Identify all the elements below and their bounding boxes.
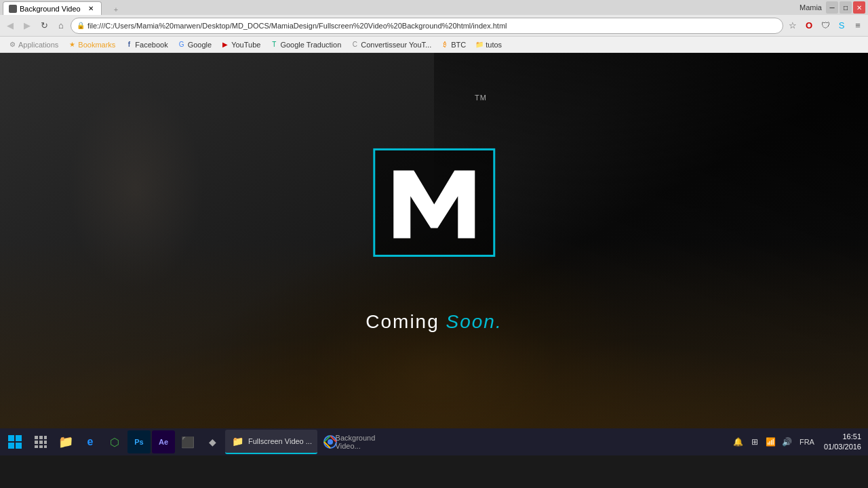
traduction-icon: T xyxy=(270,41,278,49)
logo-box xyxy=(373,148,495,257)
bookmark-bookmarks[interactable]: ★ Bookmarks xyxy=(64,39,119,50)
applications-icon: ⚙ xyxy=(8,41,16,49)
clock-time: 16:51 xyxy=(824,432,861,442)
bookmarks-star-icon[interactable]: ☆ xyxy=(785,18,800,33)
youtube-icon: ▶ xyxy=(221,41,229,49)
system-clock: 16:51 01/03/2016 xyxy=(820,432,865,453)
window-controls: ─ □ ✕ xyxy=(826,1,865,14)
btc-icon: ₿ xyxy=(441,41,449,49)
ie-taskbar-icon[interactable]: e xyxy=(79,430,102,453)
bookmark-facebook[interactable]: f Facebook xyxy=(121,39,172,50)
bookmark-traduction-label: Google Traduction xyxy=(280,41,341,49)
bookmark-youtube[interactable]: ▶ YouTube xyxy=(217,39,264,50)
svg-rect-4 xyxy=(16,443,22,449)
bookmark-applications-label: Applications xyxy=(18,41,58,49)
notifications-icon[interactable]: 🔔 xyxy=(732,435,745,449)
taskbar-right: 🔔 ⊞ 📶 🔊 FRA 16:51 01/03/2016 xyxy=(732,432,865,453)
bookmark-youtube-label: YouTube xyxy=(231,41,260,49)
menu-icon[interactable]: ≡ xyxy=(850,18,865,33)
facebook-icon: f xyxy=(125,41,133,49)
language-indicator[interactable]: FRA xyxy=(797,438,817,446)
nav-bar: ◀ ▶ ↻ ⌂ 🔒 ☆ O 🛡 S ≡ xyxy=(0,15,868,37)
svg-rect-10 xyxy=(44,441,47,444)
bookmark-btc-label: BTC xyxy=(451,41,466,49)
tm-text: TM xyxy=(475,94,487,102)
tm-mark: TM xyxy=(475,94,487,102)
bookmark-traduction[interactable]: T Google Traduction xyxy=(266,39,345,50)
bookmark-tutos-label: tutos xyxy=(486,41,502,49)
bookmarks-bar: ⚙ Applications ★ Bookmarks f Facebook G … xyxy=(0,37,868,53)
coming-soon-text: Coming Soon. xyxy=(366,311,502,333)
bookmark-google[interactable]: G Google xyxy=(174,39,216,50)
browser-chrome: Background Video ✕ + Mamia ─ □ ✕ ◀ ▶ ↻ ⌂… xyxy=(0,0,868,53)
nav-icons-right: ☆ O 🛡 S ≡ xyxy=(785,18,865,33)
forward-button[interactable]: ▶ xyxy=(20,18,35,33)
windows-logo-icon xyxy=(8,435,22,449)
bookmark-facebook-label: Facebook xyxy=(135,41,167,49)
refresh-button[interactable]: ↻ xyxy=(37,18,52,33)
bookmark-bookmarks-label: Bookmarks xyxy=(78,41,115,49)
shield-icon[interactable]: 🛡 xyxy=(818,18,833,33)
taskbar-left: 📁 e ⬡ Ps Ae ⬛ ◆ 📁 Fullscreen Video ... B… xyxy=(3,430,368,454)
convertisseur-icon: C xyxy=(351,41,359,49)
opera-icon[interactable]: O xyxy=(802,18,816,33)
coming-text: Coming xyxy=(366,311,446,332)
network-icon[interactable]: 📶 xyxy=(764,435,778,449)
taskbar-item-icon: 📁 xyxy=(231,434,244,448)
m-logo xyxy=(390,162,478,243)
google-icon: G xyxy=(178,41,186,49)
photoshop-taskbar-icon[interactable]: Ps xyxy=(127,430,151,453)
svg-rect-5 xyxy=(35,436,38,439)
bookmarks-icon: ★ xyxy=(68,41,76,49)
bookmark-google-label: Google xyxy=(188,41,212,49)
taskbar: 📁 e ⬡ Ps Ae ⬛ ◆ 📁 Fullscreen Video ... B… xyxy=(0,428,868,455)
center-content: Coming Soon. xyxy=(366,128,502,333)
maximize-button[interactable]: □ xyxy=(840,1,852,14)
app3-taskbar-icon[interactable]: ⬡ xyxy=(103,430,126,453)
svg-rect-1 xyxy=(8,435,14,441)
tutos-icon: 📁 xyxy=(475,41,484,49)
svg-marker-0 xyxy=(393,170,475,238)
active-tab[interactable]: Background Video ✕ xyxy=(3,1,102,15)
bookmark-tutos[interactable]: 📁 tutos xyxy=(471,39,506,50)
svg-rect-9 xyxy=(39,441,43,444)
svg-rect-7 xyxy=(44,436,47,439)
main-content: TM Coming Soon. xyxy=(0,53,868,428)
minimize-button[interactable]: ─ xyxy=(826,1,838,14)
soon-text: Soon. xyxy=(446,311,502,332)
bookmark-applications[interactable]: ⚙ Applications xyxy=(4,39,62,50)
app6-taskbar-icon[interactable]: ⬛ xyxy=(176,430,199,453)
apps-view-button[interactable] xyxy=(28,430,53,454)
app7-taskbar-icon[interactable]: ◆ xyxy=(201,430,224,453)
skype-icon[interactable]: S xyxy=(834,18,849,33)
taskbar-item-label: Fullscreen Video ... xyxy=(248,437,312,445)
address-bar-icon: 🔒 xyxy=(77,22,85,29)
aftereffects-taskbar-icon[interactable]: Ae xyxy=(152,430,175,453)
start-button[interactable] xyxy=(3,430,27,454)
volume-icon[interactable]: 🔊 xyxy=(781,435,794,449)
window-title-label: Mamia xyxy=(800,3,822,12)
file-explorer-taskbar-icon[interactable]: 📁 xyxy=(54,430,77,453)
bookmark-btc[interactable]: ₿ BTC xyxy=(437,39,470,50)
tab-favicon xyxy=(9,5,17,13)
windows-store-icon[interactable]: ⊞ xyxy=(748,435,762,449)
clock-date: 01/03/2016 xyxy=(824,442,861,452)
bookmark-convertisseur[interactable]: C Convertisseur YouT... xyxy=(347,39,435,50)
svg-rect-2 xyxy=(16,435,22,441)
svg-point-15 xyxy=(328,439,333,445)
close-button[interactable]: ✕ xyxy=(853,1,865,14)
address-input[interactable] xyxy=(87,22,777,30)
title-bar: Background Video ✕ + Mamia ─ □ ✕ xyxy=(0,0,868,15)
taskbar-open-item-fullscreen[interactable]: 📁 Fullscreen Video ... xyxy=(225,430,317,454)
new-tab-button[interactable]: + xyxy=(104,4,127,15)
svg-rect-11 xyxy=(35,445,38,448)
svg-rect-12 xyxy=(39,445,43,448)
address-bar-container[interactable]: 🔒 xyxy=(71,18,783,34)
chrome-bg-video-taskbar[interactable]: Background Video... xyxy=(343,430,368,454)
home-button[interactable]: ⌂ xyxy=(54,18,68,33)
tab-close-button[interactable]: ✕ xyxy=(86,4,96,14)
tab-title: Background Video xyxy=(20,5,81,13)
back-button[interactable]: ◀ xyxy=(3,18,18,33)
svg-rect-6 xyxy=(39,436,43,439)
svg-rect-8 xyxy=(35,441,38,444)
